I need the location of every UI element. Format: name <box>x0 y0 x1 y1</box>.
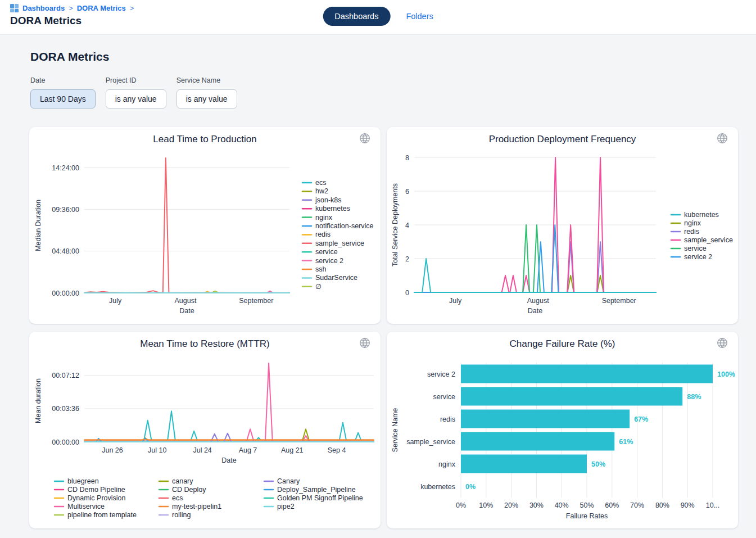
svg-text:Date: Date <box>221 456 236 464</box>
legend-item[interactable]: Multiservice <box>55 503 105 510</box>
legend-item[interactable]: my-test-pipelin1 <box>159 503 221 510</box>
legend-item[interactable]: service <box>671 245 707 252</box>
globe-icon[interactable] <box>359 132 371 144</box>
legend-item[interactable]: notification-service <box>302 222 374 230</box>
legend-item[interactable]: redis <box>302 230 331 238</box>
filter-date: Date Last 90 Days <box>30 76 96 108</box>
legend-item[interactable]: Dynamic Provision <box>55 494 126 502</box>
filter-label: Project ID <box>106 76 166 84</box>
svg-text:80%: 80% <box>655 501 669 509</box>
svg-text:ecs: ecs <box>172 494 183 502</box>
svg-text:Dynamic Provision: Dynamic Provision <box>67 494 126 502</box>
legend-item[interactable]: sample_service <box>671 236 733 244</box>
bar-sample_service[interactable] <box>461 432 614 451</box>
breadcrumb-dashboards[interactable]: Dashboards <box>22 4 65 12</box>
svg-text:Failure Rates: Failure Rates <box>566 512 608 520</box>
breadcrumb-dora-metrics[interactable]: DORA Metrics <box>77 4 126 12</box>
svg-text:kubernetes: kubernetes <box>315 205 350 213</box>
legend-item[interactable]: CD Demo Pipeline <box>55 486 125 494</box>
svg-text:ecs: ecs <box>315 179 326 187</box>
legend-item[interactable]: ecs <box>302 179 326 187</box>
globe-icon[interactable] <box>716 337 728 349</box>
svg-text:Median Duration: Median Duration <box>34 200 42 251</box>
svg-text:2: 2 <box>405 255 409 263</box>
filter-project-id-value[interactable]: is any value <box>106 89 166 108</box>
filter-bar: Date Last 90 Days Project ID is any valu… <box>30 76 237 108</box>
svg-text:CD Demo Pipeline: CD Demo Pipeline <box>67 486 125 494</box>
top-bar: Dashboards > DORA Metrics > DORA Metrics… <box>0 0 756 35</box>
legend-item[interactable]: Canary <box>264 477 300 485</box>
svg-text:67%: 67% <box>634 415 648 423</box>
legend-item[interactable]: hw2 <box>302 187 328 195</box>
legend-item[interactable]: pipeline from template <box>55 511 137 519</box>
svg-text:July: July <box>109 297 122 305</box>
legend-item[interactable]: ecs <box>159 494 183 502</box>
svg-text:40%: 40% <box>555 501 569 509</box>
bar-service[interactable] <box>461 387 682 406</box>
svg-text:6: 6 <box>405 188 409 196</box>
card-mttr: Mean Time to Restore (MTTR) 00:00:0000:0… <box>29 332 381 528</box>
chart-title: Production Deployment Frequency <box>387 134 738 145</box>
legend-item[interactable]: CD Deploy <box>159 486 206 494</box>
svg-text:hw2: hw2 <box>315 187 328 195</box>
globe-icon[interactable] <box>359 337 371 349</box>
svg-text:redis: redis <box>315 230 331 238</box>
legend-item[interactable]: canary <box>159 477 193 485</box>
svg-text:canary: canary <box>172 477 193 485</box>
svg-text:nginx: nginx <box>438 460 456 468</box>
legend-item[interactable]: rolling <box>159 511 191 519</box>
legend-item[interactable]: Golden PM Signoff Pipeline <box>264 494 363 502</box>
breadcrumb-separator: > <box>130 4 134 12</box>
legend-item[interactable]: SudarService <box>302 274 357 282</box>
svg-text:Jun 26: Jun 26 <box>102 446 123 454</box>
legend-item[interactable]: nginx <box>671 219 701 227</box>
tab-folders[interactable]: Folders <box>406 12 433 21</box>
filter-service-name-value[interactable]: is any value <box>176 89 237 108</box>
legend-item[interactable]: kubernetes <box>671 211 719 219</box>
svg-text:pipe2: pipe2 <box>277 503 295 510</box>
breadcrumb-separator: > <box>69 4 73 12</box>
dashboard-title: DORA Metrics <box>30 50 109 64</box>
legend-item[interactable]: service 2 <box>302 257 343 265</box>
legend-item[interactable]: service 2 <box>671 253 712 261</box>
svg-text:kubernetes: kubernetes <box>684 211 719 219</box>
legend-item[interactable]: service <box>302 248 338 256</box>
svg-text:14:24:00: 14:24:00 <box>52 164 79 172</box>
filter-date-value[interactable]: Last 90 Days <box>30 89 96 108</box>
bar-nginx[interactable] <box>461 455 587 473</box>
svg-text:Sep 4: Sep 4 <box>328 446 346 454</box>
svg-text:70%: 70% <box>630 501 644 509</box>
legend-item[interactable]: bluegreen <box>55 477 99 485</box>
svg-text:Canary: Canary <box>277 477 300 485</box>
legend-item[interactable]: Deploy_Sample_Pipeline <box>264 486 356 494</box>
svg-text:service: service <box>684 245 707 252</box>
legend-item[interactable]: ∅ <box>302 283 322 291</box>
svg-text:August: August <box>174 297 196 305</box>
breadcrumb: Dashboards > DORA Metrics > <box>10 4 134 12</box>
svg-text:0%: 0% <box>456 501 466 509</box>
globe-icon[interactable] <box>716 132 728 144</box>
filter-label: Date <box>30 76 96 84</box>
legend-item[interactable]: ssh <box>302 265 327 273</box>
card-lead-time: Lead Time to Production 00:00:0004:48:00… <box>29 127 381 324</box>
legend-item[interactable]: nginx <box>302 214 333 221</box>
svg-text:Mean duration: Mean duration <box>34 378 42 423</box>
legend-item[interactable]: kubernetes <box>302 205 350 213</box>
legend-item[interactable]: sample_service <box>302 239 364 247</box>
tab-dashboards[interactable]: Dashboards <box>323 7 390 26</box>
svg-text:json-k8s: json-k8s <box>315 196 342 204</box>
legend-item[interactable]: pipe2 <box>264 503 295 510</box>
svg-text:notification-service: notification-service <box>315 222 374 230</box>
legend-item[interactable]: redis <box>671 228 699 236</box>
svg-text:04:48:00: 04:48:00 <box>52 247 79 255</box>
change-failure-rate-chart: 0%10%20%30%40%50%60%70%80%90%10...servic… <box>387 332 738 528</box>
svg-text:Service Name: Service Name <box>391 408 399 453</box>
svg-text:service: service <box>433 393 455 401</box>
legend-item[interactable]: json-k8s <box>302 196 342 204</box>
svg-text:my-test-pipelin1: my-test-pipelin1 <box>172 503 221 510</box>
bar-service 2[interactable] <box>461 365 713 383</box>
svg-text:CD Deploy: CD Deploy <box>172 486 206 494</box>
filter-project-id: Project ID is any value <box>106 76 166 108</box>
svg-text:kubernetes: kubernetes <box>420 483 455 491</box>
bar-redis[interactable] <box>461 410 630 428</box>
